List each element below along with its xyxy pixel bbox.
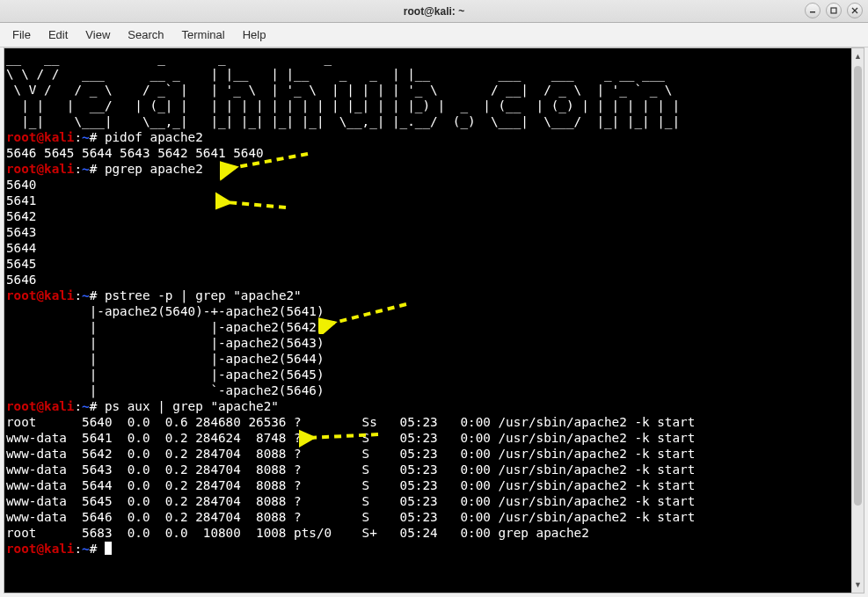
prompt-user: root@kali: [6, 130, 74, 144]
prompt-user: root@kali: [6, 542, 74, 556]
maximize-icon: [830, 7, 837, 14]
output-psaux-5: www-data 5645 0.0 0.2 284704 8088 ? S 05…: [6, 494, 695, 508]
close-button[interactable]: [847, 3, 863, 18]
output-pgrep-3: 5643: [6, 225, 36, 239]
terminal-scrollbar[interactable]: ▲ ▼: [851, 48, 864, 593]
scroll-up-icon[interactable]: ▲: [852, 50, 864, 62]
output-psaux-1: www-data 5641 0.0 0.2 284624 8748 ? S 05…: [6, 431, 695, 445]
menu-terminal[interactable]: Terminal: [173, 25, 234, 45]
minimize-icon: [809, 7, 816, 14]
output-pgrep-6: 5646: [6, 273, 36, 287]
maximize-button[interactable]: [826, 3, 842, 18]
prompt-user: root@kali: [6, 162, 74, 176]
output-psaux-3: www-data 5643 0.0 0.2 284704 8088 ? S 05…: [6, 462, 695, 477]
output-psaux-7: root 5683 0.0 0.0 10800 1008 pts/0 S+ 05…: [6, 526, 589, 540]
output-psaux-0: root 5640 0.0 0.6 284680 26536 ? Ss 05:2…: [6, 415, 695, 429]
prompt-user: root@kali: [6, 288, 74, 302]
output-pstree-1: | |-apache2(5642): [6, 320, 325, 334]
output-pgrep-0: 5640: [6, 178, 36, 192]
output-pstree-0: |-apache2(5640)-+-apache2(5641): [6, 304, 325, 318]
terminal-container: __ __ _ _ _ \ \ / / ___ __ _ | |__ | |__…: [4, 47, 864, 593]
close-icon: [851, 7, 858, 14]
prompt-sep: :: [74, 130, 82, 144]
output-pstree-4: | |-apache2(5645): [6, 368, 325, 382]
window-controls: [805, 3, 863, 18]
minimize-button[interactable]: [805, 3, 821, 18]
command-pgrep: pgrep apache2: [105, 162, 203, 176]
output-pgrep-4: 5644: [6, 241, 36, 255]
output-pidof: 5646 5645 5644 5643 5642 5641 5640: [6, 146, 264, 160]
menu-view[interactable]: View: [77, 25, 119, 45]
output-pgrep-2: 5642: [6, 209, 36, 223]
command-psaux: ps aux | grep "apache2": [105, 399, 279, 413]
menubar: File Edit View Search Terminal Help: [0, 23, 868, 47]
svg-rect-1: [831, 8, 836, 13]
scroll-down-icon[interactable]: ▼: [852, 579, 864, 591]
output-psaux-4: www-data 5644 0.0 0.2 284704 8088 ? S 05…: [6, 478, 695, 492]
window-titlebar: root@kali: ~: [0, 0, 868, 23]
menu-help[interactable]: Help: [234, 25, 275, 45]
output-psaux-2: www-data 5642 0.0 0.2 284704 8088 ? S 05…: [6, 447, 695, 461]
prompt-user: root@kali: [6, 399, 74, 413]
terminal[interactable]: __ __ _ _ _ \ \ / / ___ __ _ | |__ | |__…: [4, 48, 851, 593]
ascii-art-banner: __ __ _ _ _ \ \ / / ___ __ _ | |__ | |__…: [6, 51, 680, 128]
command-pidof: pidof apache2: [105, 130, 203, 144]
scrollbar-thumb[interactable]: [854, 66, 862, 506]
output-pstree-3: | |-apache2(5644): [6, 352, 325, 366]
menu-search[interactable]: Search: [119, 25, 172, 45]
menu-file[interactable]: File: [4, 25, 40, 45]
output-psaux-6: www-data 5646 0.0 0.2 284704 8088 ? S 05…: [6, 510, 695, 524]
window-title: root@kali: ~: [404, 5, 464, 18]
prompt-hash: #: [90, 130, 98, 144]
cursor: [105, 542, 112, 555]
output-pstree-5: | `-apache2(5646): [6, 383, 325, 397]
output-pgrep-5: 5645: [6, 257, 36, 271]
svg-rect-0: [810, 11, 815, 13]
output-pstree-2: | |-apache2(5643): [6, 336, 325, 350]
prompt-path: ~: [82, 130, 90, 144]
menu-edit[interactable]: Edit: [40, 25, 77, 45]
command-pstree: pstree -p | grep "apache2": [105, 288, 302, 302]
output-pgrep-1: 5641: [6, 193, 36, 207]
